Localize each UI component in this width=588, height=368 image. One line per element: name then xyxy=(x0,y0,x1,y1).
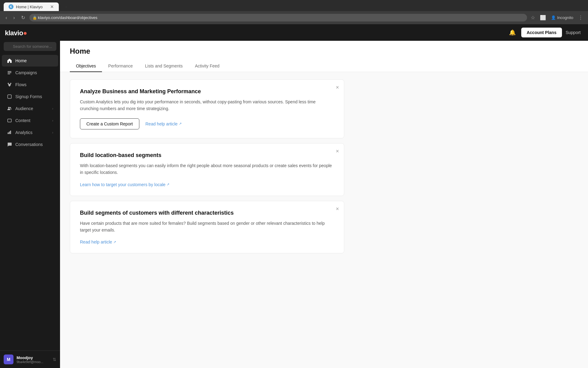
content-chevron-icon: › xyxy=(52,119,53,122)
external-link-icon-3: ↗ xyxy=(113,240,116,244)
svg-point-0 xyxy=(8,83,9,84)
conversations-icon xyxy=(7,142,12,147)
back-button[interactable]: ‹ xyxy=(4,14,9,22)
extensions-button[interactable]: ⬜ xyxy=(539,13,547,22)
sidebar-item-campaigns-label: Campaigns xyxy=(15,70,37,75)
tab-lists-and-segments[interactable]: Lists and Segments xyxy=(139,60,189,72)
bookmark-button[interactable]: ☆ xyxy=(530,13,536,22)
lock-icon: 🔒 xyxy=(32,16,37,20)
audience-chevron-icon: › xyxy=(52,107,53,110)
sidebar-item-signup-forms[interactable]: Signup Forms xyxy=(2,91,58,102)
characteristics-segments-card: × Build segments of customers with diffe… xyxy=(70,201,344,254)
svg-point-5 xyxy=(10,107,11,108)
svg-rect-3 xyxy=(8,95,11,98)
app-header: 🔔 Account Plans Support xyxy=(60,24,588,41)
sidebar-item-campaigns[interactable]: Campaigns xyxy=(2,67,58,79)
location-segments-card-description: With location-based segments you can eas… xyxy=(80,162,334,176)
analytics-card-close-button[interactable]: × xyxy=(336,85,339,90)
notifications-bell-button[interactable]: 🔔 xyxy=(507,27,518,38)
sidebar-item-conversations[interactable]: Conversations xyxy=(2,139,58,150)
logo: klavio● xyxy=(0,24,60,40)
main-content: Home Objectives Performance Lists and Se… xyxy=(60,41,588,368)
user-details: Moodjoy 9ba4e9ef@moo... xyxy=(17,355,50,364)
characteristics-segments-card-close-button[interactable]: × xyxy=(336,206,339,212)
tab-objectives[interactable]: Objectives xyxy=(70,60,102,72)
audience-icon xyxy=(7,106,12,111)
tab-activity-feed[interactable]: Activity Feed xyxy=(189,60,225,72)
active-tab[interactable]: K Home | Klaviyo ✕ xyxy=(4,2,59,11)
characteristics-segments-card-description: Have certain products that are more suit… xyxy=(80,220,334,234)
location-segments-card: × Build location-based segments With loc… xyxy=(70,143,344,196)
profile-button[interactable]: 👤 Incognito xyxy=(550,14,575,21)
flows-icon xyxy=(7,82,12,87)
create-custom-report-button[interactable]: Create a Custom Report xyxy=(80,118,139,129)
reload-button[interactable]: ↻ xyxy=(19,13,27,22)
tab-title: Home | Klaviyo xyxy=(16,5,43,9)
sidebar-item-analytics-label: Analytics xyxy=(15,130,32,135)
user-email: 9ba4e9ef@moo... xyxy=(17,360,50,364)
analytics-card-title: Analyze Business and Marketing Performan… xyxy=(80,88,334,95)
page-title: Home xyxy=(70,47,578,56)
avatar: M xyxy=(4,355,13,364)
tab-favicon: K xyxy=(9,4,13,9)
svg-point-1 xyxy=(10,83,11,84)
campaigns-icon xyxy=(7,70,12,75)
svg-point-4 xyxy=(8,107,10,109)
location-segments-card-title: Build location-based segments xyxy=(80,152,334,159)
external-link-icon: ↗ xyxy=(179,122,182,126)
home-icon xyxy=(7,58,12,63)
sidebar-item-signup-forms-label: Signup Forms xyxy=(15,94,42,99)
sidebar-item-content[interactable]: Content › xyxy=(2,115,58,126)
sidebar: klavio● 🔍 Home Campaigns xyxy=(0,24,60,368)
sidebar-footer: M Moodjoy 9ba4e9ef@moo... ⇅ xyxy=(0,351,60,368)
profile-icon: 👤 xyxy=(551,15,556,20)
svg-rect-6 xyxy=(8,119,11,122)
user-name: Moodjoy xyxy=(17,355,50,360)
account-plans-button[interactable]: Account Plans xyxy=(521,28,562,37)
tabs-bar: Objectives Performance Lists and Segment… xyxy=(70,60,578,72)
sidebar-item-content-label: Content xyxy=(15,118,30,123)
tab-close-button[interactable]: ✕ xyxy=(50,4,54,9)
user-profile[interactable]: M Moodjoy 9ba4e9ef@moo... ⇅ xyxy=(4,355,56,364)
sidebar-item-home-label: Home xyxy=(15,58,27,63)
analytics-card-description: Custom Analytics lets you dig into your … xyxy=(80,98,334,112)
user-chevron-icon: ⇅ xyxy=(53,357,56,362)
sidebar-item-audience[interactable]: Audience › xyxy=(2,103,58,114)
analytics-chevron-icon: › xyxy=(52,131,53,134)
external-link-icon-2: ↗ xyxy=(167,182,169,186)
new-tab-button[interactable]: + xyxy=(60,3,72,11)
address-bar[interactable] xyxy=(29,14,527,21)
sidebar-item-flows-label: Flows xyxy=(15,82,27,87)
search-input[interactable] xyxy=(4,42,56,51)
tab-performance[interactable]: Performance xyxy=(102,60,139,72)
analytics-card-actions: Create a Custom Report Read help article… xyxy=(80,118,334,129)
location-segments-card-close-button[interactable]: × xyxy=(336,148,339,154)
sidebar-item-analytics[interactable]: Analytics › xyxy=(2,127,58,138)
analytics-help-article-link[interactable]: Read help article ↗ xyxy=(145,121,182,126)
sidebar-nav: Home Campaigns Flows Signu xyxy=(0,53,60,351)
page-header: Home Objectives Performance Lists and Se… xyxy=(60,41,588,72)
menu-button[interactable]: ⋮ xyxy=(577,13,584,22)
location-segments-help-link[interactable]: Learn how to target your customers by lo… xyxy=(80,182,169,187)
sidebar-item-conversations-label: Conversations xyxy=(15,142,43,147)
sidebar-item-flows[interactable]: Flows xyxy=(2,79,58,90)
location-segments-card-actions: Learn how to target your customers by lo… xyxy=(80,182,334,187)
forms-icon xyxy=(7,94,12,99)
incognito-label: Incognito xyxy=(557,15,573,20)
content-icon xyxy=(7,118,12,123)
characteristics-segments-card-actions: Read help article ↗ xyxy=(80,240,334,244)
forward-button[interactable]: › xyxy=(11,14,17,22)
sidebar-item-audience-label: Audience xyxy=(15,106,33,111)
analytics-card: × Analyze Business and Marketing Perform… xyxy=(70,79,344,138)
support-button[interactable]: Support xyxy=(566,30,581,35)
characteristics-segments-help-link[interactable]: Read help article ↗ xyxy=(80,240,116,244)
objectives-content: × Analyze Business and Marketing Perform… xyxy=(60,72,354,261)
characteristics-segments-card-title: Build segments of customers with differe… xyxy=(80,210,334,216)
analytics-icon xyxy=(7,130,12,135)
sidebar-item-home[interactable]: Home xyxy=(2,55,58,67)
sidebar-search-area: 🔍 xyxy=(0,40,60,53)
